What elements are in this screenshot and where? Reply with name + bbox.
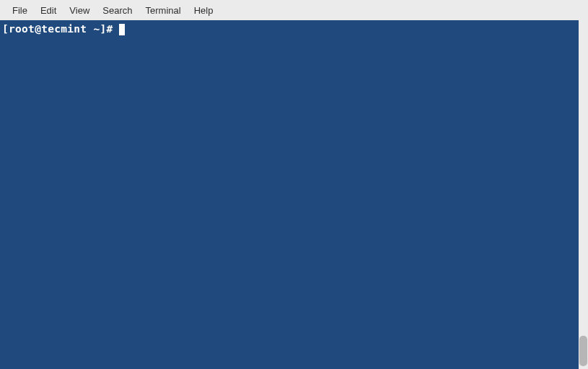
menu-help[interactable]: Help — [188, 2, 220, 19]
terminal-content[interactable]: [root@tecmint ~]# — [0, 20, 579, 38]
shell-prompt: [root@tecmint ~]# — [2, 23, 113, 35]
terminal-viewport[interactable]: [root@tecmint ~]# — [0, 20, 579, 369]
menu-edit[interactable]: Edit — [34, 2, 63, 19]
prompt-line: [root@tecmint ~]# — [2, 23, 576, 35]
menubar: File Edit View Search Terminal Help — [0, 0, 588, 20]
menu-file[interactable]: File — [6, 2, 34, 19]
cursor — [119, 24, 126, 35]
scrollbar-thumb[interactable] — [579, 336, 587, 366]
menu-terminal[interactable]: Terminal — [139, 2, 188, 19]
menu-view[interactable]: View — [63, 2, 96, 19]
scrollbar-track[interactable] — [579, 20, 588, 369]
menu-search[interactable]: Search — [96, 2, 139, 19]
